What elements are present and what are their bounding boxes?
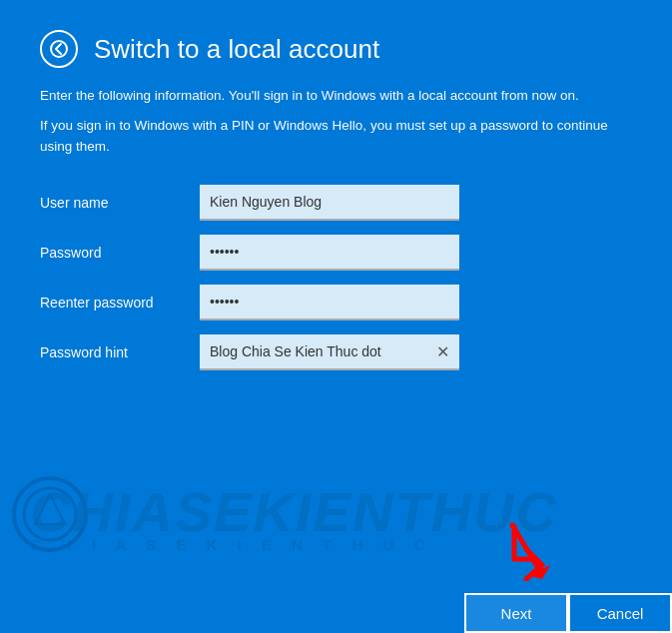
reenter-password-input[interactable] [200,285,459,320]
password-input[interactable] [200,235,459,271]
arrow-container [504,521,552,585]
hint-wrapper: ✕ [200,334,459,370]
watermark: CHIASEKIENTHUC C H I A S E K I E N T H U… [30,484,558,553]
footer-buttons: Next Cancel [464,593,672,633]
svg-marker-3 [35,494,65,524]
watermark-circle-icon [10,474,90,554]
main-container: Switch to a local account Enter the foll… [0,0,672,404]
password-label: Password [40,245,200,261]
cancel-button[interactable]: Cancel [568,593,672,633]
hint-input[interactable] [200,334,459,370]
watermark-main-text: CHIASEKIENTHUC [30,484,558,540]
username-row: User name [40,185,632,221]
password-row: Password [40,235,632,271]
clear-hint-button[interactable]: ✕ [431,341,453,363]
username-input[interactable] [200,185,459,221]
watermark-text-block: CHIASEKIENTHUC C H I A S E K I E N T H U… [30,484,558,553]
watermark-wrapper: CHIASEKIENTHUC C H I A S E K I E N T H U… [30,484,558,553]
header: Switch to a local account [40,30,632,68]
back-button[interactable] [40,30,78,68]
reenter-password-row: Reenter password [40,285,632,320]
reenter-label: Reenter password [40,295,200,311]
svg-point-0 [51,41,67,57]
next-arrow-icon [504,521,552,581]
hint-row: Password hint ✕ [40,334,632,370]
description-2: If you sign in to Windows with a PIN or … [40,116,632,157]
page-title: Switch to a local account [94,34,379,65]
description-1: Enter the following information. You'll … [40,86,632,106]
username-label: User name [40,195,200,211]
next-button[interactable]: Next [464,593,568,633]
hint-label: Password hint [40,344,200,360]
